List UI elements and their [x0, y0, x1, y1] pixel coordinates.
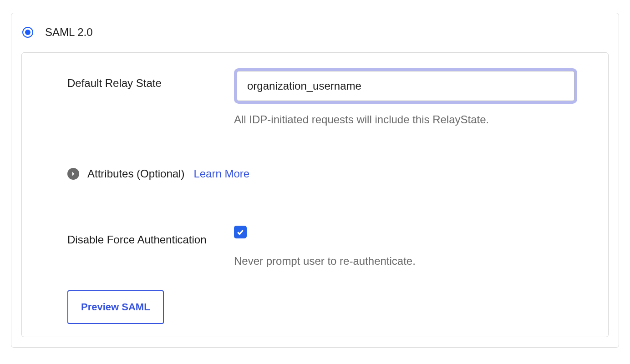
relay-state-highlight: [234, 68, 577, 104]
preview-saml-button[interactable]: Preview SAML: [67, 290, 164, 324]
relay-state-label: Default Relay State: [67, 75, 234, 91]
attributes-learn-more-link[interactable]: Learn More: [193, 167, 249, 180]
saml-radio[interactable]: [22, 27, 33, 38]
attributes-expand-toggle[interactable]: [67, 168, 79, 180]
saml-radio-label: SAML 2.0: [45, 26, 93, 39]
disable-force-auth-label: Disable Force Authentication: [67, 231, 234, 248]
attributes-row: Attributes (Optional) Learn More: [67, 167, 594, 180]
chevron-right-icon: [71, 171, 76, 177]
disable-force-auth-row: Disable Force Authentication Never promp…: [67, 225, 594, 268]
relay-state-helper: All IDP-initiated requests will include …: [234, 112, 594, 127]
disable-force-auth-checkbox[interactable]: [234, 226, 247, 238]
relay-state-row: Default Relay State All IDP-initiated re…: [67, 68, 594, 127]
saml-radio-row: SAML 2.0: [21, 26, 609, 39]
relay-state-input[interactable]: [237, 71, 574, 101]
attributes-label: Attributes (Optional): [87, 167, 184, 180]
radio-selected-dot-icon: [25, 30, 30, 35]
saml-settings-card: SAML 2.0 Default Relay State All IDP-ini…: [11, 13, 619, 348]
checkmark-icon: [236, 228, 244, 236]
saml-config-panel: Default Relay State All IDP-initiated re…: [21, 52, 609, 337]
disable-force-auth-helper: Never prompt user to re-authenticate.: [234, 255, 594, 268]
